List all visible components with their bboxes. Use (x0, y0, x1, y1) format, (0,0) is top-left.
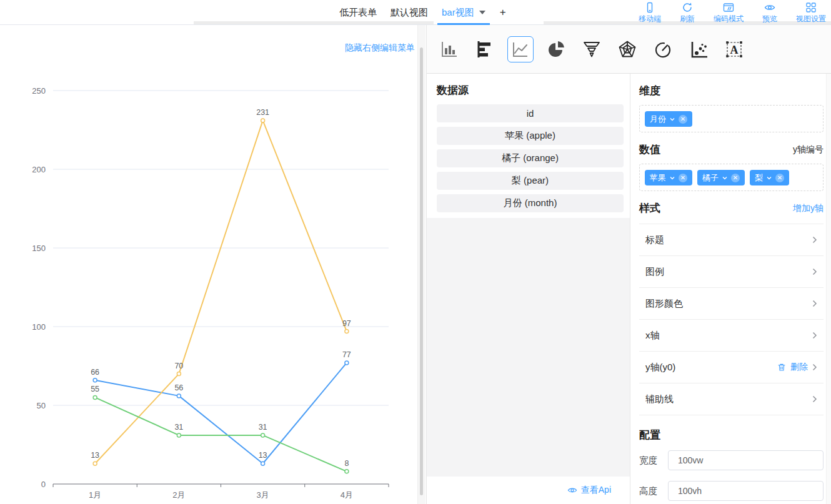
chevron-right-icon (812, 236, 817, 244)
style-row-guides[interactable]: 辅助线 (639, 383, 824, 415)
view-api-link[interactable]: 查看Api (567, 485, 611, 496)
field-apple[interactable]: 苹果 (apple) (437, 127, 624, 145)
tag-label: 橘子 (702, 172, 719, 184)
config-column: 维度 月份 ✕ 数值 y轴编号 苹果 (630, 74, 831, 504)
line-chart-type-button[interactable] (507, 36, 534, 62)
dimension-tag-month[interactable]: 月份 ✕ (645, 111, 692, 127)
tag-label: 月份 (650, 114, 666, 125)
chevron-right-icon (812, 268, 817, 275)
chevron-down-icon[interactable] (669, 116, 675, 122)
svg-text:A: A (730, 43, 739, 56)
code-mode-label: 编码模式 (714, 14, 744, 24)
metric-tag-orange[interactable]: 橘子 ✕ (697, 170, 745, 185)
chart-canvas-panel: 隐藏右侧编辑菜单 0501001502002501月2月3月4月66561377… (0, 25, 427, 504)
svg-text:66: 66 (91, 368, 99, 377)
width-input[interactable] (668, 450, 824, 470)
chevron-down-icon[interactable] (479, 11, 485, 14)
funnel-type-button[interactable] (579, 36, 605, 62)
chevron-down-icon[interactable] (766, 175, 772, 181)
style-row-legend[interactable]: 图例 (639, 255, 824, 287)
code-mode-icon (723, 2, 734, 13)
canvas-scrollbar[interactable] (417, 25, 425, 504)
metrics-header: 数值 y轴编号 (639, 142, 824, 157)
field-pear[interactable]: 梨 (pear) (437, 172, 624, 190)
config-scrollbar-track[interactable] (826, 74, 831, 504)
chevron-down-icon[interactable] (722, 175, 728, 181)
horizontal-bar-type-button[interactable] (472, 36, 498, 62)
refresh-button[interactable]: 刷新 (676, 2, 699, 24)
header-actions: 移动端 刷新 编码模式 预览 视图设置 (639, 2, 826, 24)
remove-tag-icon[interactable]: ✕ (775, 174, 784, 182)
text-icon: A (724, 39, 744, 59)
delete-y-axis-link[interactable]: 删除 (790, 362, 808, 373)
editor-panel-body: 数据源 id 苹果 (apple) 橘子 (orange) 梨 (pear) 月… (427, 74, 831, 504)
metrics-drop-zone[interactable]: 苹果 ✕ 橘子 ✕ 梨 ✕ (639, 164, 824, 191)
main-area: 隐藏右侧编辑菜单 0501001502002501月2月3月4月66561377… (0, 25, 831, 504)
radar-type-button[interactable] (614, 36, 640, 62)
datasource-empty-area (427, 218, 630, 477)
style-title: 样式 (639, 201, 660, 215)
svg-text:250: 250 (32, 86, 46, 96)
add-y-axis-link[interactable]: 增加y轴 (793, 203, 824, 214)
y-axis-number-label: y轴编号 (793, 144, 824, 156)
funnel-icon (582, 39, 602, 59)
refresh-label: 刷新 (680, 14, 695, 24)
mobile-button[interactable]: 移动端 (639, 2, 661, 24)
mobile-icon (644, 2, 655, 13)
radar-icon (617, 39, 637, 59)
tab-bar-view-label: bar视图 (442, 7, 474, 19)
field-month[interactable]: 月份 (month) (437, 194, 624, 212)
preview-button[interactable]: 预览 (759, 2, 781, 24)
chevron-down-icon[interactable] (669, 175, 675, 181)
metric-tag-pear[interactable]: 梨 ✕ (750, 170, 789, 185)
svg-text:77: 77 (342, 350, 351, 359)
remove-tag-icon[interactable]: ✕ (679, 174, 687, 182)
style-row-colors[interactable]: 图形颜色 (639, 287, 824, 319)
code-mode-button[interactable]: 编码模式 (714, 2, 744, 24)
svg-text:200: 200 (32, 165, 46, 174)
horizontal-bar-icon (475, 39, 495, 59)
scatter-type-button[interactable] (685, 36, 712, 62)
bar-chart-type-button[interactable] (436, 36, 462, 62)
canvas-scrollbar-thumb[interactable] (420, 47, 423, 495)
view-settings-button[interactable]: 视图设置 (796, 2, 826, 24)
width-config-row: 宽度 (639, 450, 824, 470)
line-chart-icon (510, 39, 530, 59)
svg-text:3月: 3月 (257, 490, 269, 500)
chevron-right-icon (812, 300, 817, 307)
remove-tag-icon[interactable]: ✕ (731, 174, 740, 182)
line-chart: 0501001502002501月2月3月4月66561377137023197… (0, 25, 417, 504)
remove-tag-icon[interactable]: ✕ (679, 115, 687, 124)
tab-bar-view[interactable]: bar视图 (435, 0, 492, 25)
field-orange[interactable]: 橘子 (orange) (437, 149, 624, 167)
view-tabs: 低开表单 默认视图 bar视图 + (332, 0, 514, 25)
metric-tag-apple[interactable]: 苹果 ✕ (645, 170, 692, 185)
field-id[interactable]: id (437, 104, 624, 122)
svg-text:150: 150 (32, 244, 46, 253)
dimension-drop-zone[interactable]: 月份 ✕ (639, 105, 824, 132)
pie-chart-icon (546, 39, 566, 59)
tab-low-code-form[interactable]: 低开表单 (332, 0, 384, 25)
text-type-button[interactable]: A (721, 36, 747, 62)
tag-label: 苹果 (650, 172, 666, 184)
gauge-type-button[interactable] (650, 36, 676, 62)
style-list: 标题 图例 图形颜色 x轴 (639, 224, 824, 415)
pie-chart-type-button[interactable] (543, 36, 569, 62)
add-view-button[interactable]: + (492, 0, 514, 25)
style-row-title[interactable]: 标题 (639, 224, 824, 255)
height-input[interactable] (668, 481, 824, 501)
style-row-y-axis[interactable]: y轴(y0) 删除 (639, 351, 824, 383)
eye-icon (567, 485, 577, 495)
style-row-x-axis[interactable]: x轴 (639, 319, 824, 351)
view-api-label: 查看Api (581, 485, 611, 496)
config-title: 配置 (639, 428, 824, 442)
trash-icon[interactable] (777, 363, 786, 372)
hide-edit-menu-link[interactable]: 隐藏右侧编辑菜单 (345, 42, 415, 54)
view-settings-icon (805, 2, 817, 13)
datasource-footer: 查看Api (427, 477, 630, 504)
svg-text:70: 70 (174, 362, 183, 370)
tab-default-view[interactable]: 默认视图 (384, 0, 435, 25)
svg-text:231: 231 (256, 108, 269, 117)
svg-text:13: 13 (91, 451, 99, 460)
bar-chart-icon (439, 39, 459, 59)
